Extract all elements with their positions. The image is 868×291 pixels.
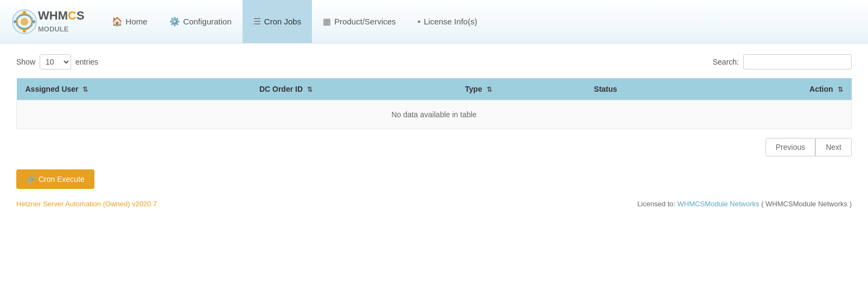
logo: WHMCSMODULE xyxy=(11,8,85,35)
search-row: Search: xyxy=(713,54,852,69)
license-text: Licensed to: WHMCSModule Networks ( WHMC… xyxy=(637,200,852,208)
show-entries: Show 10 25 50 100 entries xyxy=(16,54,98,69)
col-assigned-user[interactable]: Assigned User ⇅ xyxy=(17,78,251,100)
controls-row: Show 10 25 50 100 entries Search: xyxy=(16,54,852,69)
col-action[interactable]: Action ⇅ xyxy=(704,78,852,100)
table-header-row: Assigned User ⇅ DC Order ID ⇅ Type ⇅ Sta… xyxy=(17,78,852,100)
previous-button[interactable]: Previous xyxy=(765,138,815,156)
nav-label-home: Home xyxy=(126,17,148,26)
license-prefix: Licensed to: xyxy=(637,200,678,208)
svg-point-5 xyxy=(14,20,17,23)
svg-point-3 xyxy=(23,11,26,14)
nav-label-configuration: Configuration xyxy=(183,17,232,26)
logo-icon xyxy=(11,8,38,35)
sort-icon-dc-order-id: ⇅ xyxy=(307,86,312,93)
cron-execute-label: Cron Execute xyxy=(39,175,85,184)
next-button[interactable]: Next xyxy=(815,138,852,156)
search-input[interactable] xyxy=(743,54,852,69)
footer-row: Hetzner Server Automation (Owned) v2020.… xyxy=(16,200,852,208)
sort-icon-action: ⇅ xyxy=(838,86,843,93)
brand-name: WHMCSMODULE xyxy=(38,10,85,34)
svg-point-4 xyxy=(23,29,26,33)
show-label: Show xyxy=(16,58,35,66)
svg-point-2 xyxy=(21,18,28,26)
license-icon: ▪ xyxy=(418,17,421,27)
nav-item-configuration[interactable]: ⚙️ Configuration xyxy=(158,0,242,43)
license-link[interactable]: WHMCSModule Networks xyxy=(678,200,760,208)
sort-icon-assigned-user: ⇅ xyxy=(82,86,88,93)
entries-label: entries xyxy=(75,58,98,66)
gear-icon: ⚙️ xyxy=(169,16,180,27)
nav-label-cron-jobs: Cron Jobs xyxy=(264,17,301,26)
entries-select[interactable]: 10 25 50 100 xyxy=(40,54,71,69)
pagination-row: Previous Next xyxy=(16,138,852,156)
empty-message: No data available in table xyxy=(17,100,852,129)
table-empty-row: No data available in table xyxy=(17,100,852,129)
nav-item-cron-jobs[interactable]: ☰ Cron Jobs xyxy=(242,0,312,43)
nav-item-home[interactable]: 🏠 Home xyxy=(101,0,158,43)
sort-icon-type: ⇅ xyxy=(487,86,492,93)
nav-label-license-info: License Info(s) xyxy=(424,17,477,26)
nav-item-product-services[interactable]: ▦ Product/Services xyxy=(312,0,406,43)
col-dc-order-id[interactable]: DC Order ID ⇅ xyxy=(251,78,456,100)
list-icon: ☰ xyxy=(253,16,261,27)
cron-execute-button[interactable]: 🔗 Cron Execute xyxy=(16,169,94,189)
nav-label-product-services: Product/Services xyxy=(334,17,395,26)
nav-items: 🏠 Home ⚙️ Configuration ☰ Cron Jobs ▦ Pr… xyxy=(101,0,857,43)
home-icon: 🏠 xyxy=(112,16,123,27)
main-content: Show 10 25 50 100 entries Search: Assign… xyxy=(0,43,868,291)
data-table: Assigned User ⇅ DC Order ID ⇅ Type ⇅ Sta… xyxy=(16,78,852,129)
nav-item-license-info[interactable]: ▪ License Info(s) xyxy=(407,0,488,43)
search-label: Search: xyxy=(713,58,739,66)
license-suffix: ( WHMCSModule Networks ) xyxy=(760,200,852,208)
cron-link-icon: 🔗 xyxy=(26,175,35,184)
svg-point-6 xyxy=(32,20,35,23)
version-text: Hetzner Server Automation (Owned) v2020.… xyxy=(16,200,157,208)
col-type[interactable]: Type ⇅ xyxy=(456,78,585,100)
grid-icon: ▦ xyxy=(323,16,331,27)
navbar: WHMCSMODULE 🏠 Home ⚙️ Configuration ☰ Cr… xyxy=(0,0,868,43)
col-status: Status xyxy=(585,78,704,100)
